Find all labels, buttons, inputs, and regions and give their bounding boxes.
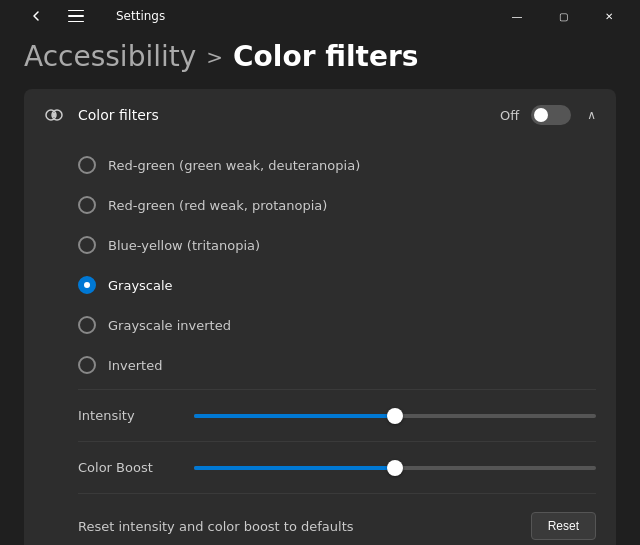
radio-option-grayscale[interactable]: Grayscale: [78, 265, 596, 305]
color-filters-toggle[interactable]: [531, 105, 571, 125]
color-boost-thumb[interactable]: [387, 460, 403, 476]
reset-row: Reset intensity and color boost to defau…: [78, 498, 596, 545]
intensity-row: Intensity: [78, 394, 596, 437]
radio-circle: [78, 236, 96, 254]
radio-option-grayscale-inverted[interactable]: Grayscale inverted: [78, 305, 596, 345]
radio-circle-selected: [78, 276, 96, 294]
reset-button[interactable]: Reset: [531, 512, 596, 540]
title-bar-left: Settings: [8, 0, 165, 36]
hamburger-icon: [68, 10, 84, 23]
radio-circle: [78, 316, 96, 334]
page-title: Color filters: [233, 40, 418, 73]
page-header: Accessibility > Color filters: [0, 32, 640, 89]
color-boost-fill: [194, 466, 395, 470]
card-header[interactable]: Color filters Off ∧: [24, 89, 616, 141]
card-header-left: Color filters: [44, 105, 500, 125]
radio-label: Grayscale: [108, 278, 173, 293]
back-button[interactable]: [20, 0, 52, 32]
reset-description: Reset intensity and color boost to defau…: [78, 519, 354, 534]
color-boost-label: Color Boost: [78, 460, 178, 475]
maximize-button[interactable]: ▢: [540, 0, 586, 32]
minimize-button[interactable]: —: [494, 0, 540, 32]
menu-button[interactable]: [60, 0, 92, 32]
radio-label: Red-green (green weak, deuteranopia): [108, 158, 360, 173]
window-title: Settings: [116, 9, 165, 23]
back-icon: [30, 10, 42, 22]
radio-label: Red-green (red weak, protanopia): [108, 198, 327, 213]
color-filters-card: Color filters Off ∧ Red-green (green wea…: [24, 89, 616, 545]
card-header-right: Off ∧: [500, 105, 596, 125]
radio-option-red-green-strong[interactable]: Red-green (red weak, protanopia): [78, 185, 596, 225]
close-button[interactable]: ✕: [586, 0, 632, 32]
radio-label: Grayscale inverted: [108, 318, 231, 333]
breadcrumb-parent[interactable]: Accessibility: [24, 40, 196, 73]
radio-label: Blue-yellow (tritanopia): [108, 238, 260, 253]
intensity-fill: [194, 414, 395, 418]
card-title: Color filters: [78, 107, 159, 123]
radio-option-blue-yellow[interactable]: Blue-yellow (tritanopia): [78, 225, 596, 265]
color-boost-row: Color Boost: [78, 446, 596, 489]
title-bar: Settings — ▢ ✕: [0, 0, 640, 32]
toggle-label: Off: [500, 108, 519, 123]
card-body: Red-green (green weak, deuteranopia) Red…: [24, 141, 616, 545]
chevron-up-icon: ∧: [587, 108, 596, 122]
divider-3: [78, 493, 596, 494]
radio-circle: [78, 196, 96, 214]
radio-circle: [78, 156, 96, 174]
main-content: Color filters Off ∧ Red-green (green wea…: [0, 89, 640, 545]
window-controls: — ▢ ✕: [494, 0, 632, 32]
intensity-slider[interactable]: [194, 414, 596, 418]
divider: [78, 389, 596, 390]
intensity-label: Intensity: [78, 408, 178, 423]
intensity-thumb[interactable]: [387, 408, 403, 424]
radio-option-inverted[interactable]: Inverted: [78, 345, 596, 385]
radio-circle: [78, 356, 96, 374]
breadcrumb-separator: >: [206, 45, 223, 69]
color-filter-icon: [44, 105, 64, 125]
divider-2: [78, 441, 596, 442]
toggle-thumb: [534, 108, 548, 122]
radio-option-red-green-weak[interactable]: Red-green (green weak, deuteranopia): [78, 145, 596, 185]
nav-area: [8, 0, 108, 36]
radio-label: Inverted: [108, 358, 162, 373]
color-boost-slider[interactable]: [194, 466, 596, 470]
